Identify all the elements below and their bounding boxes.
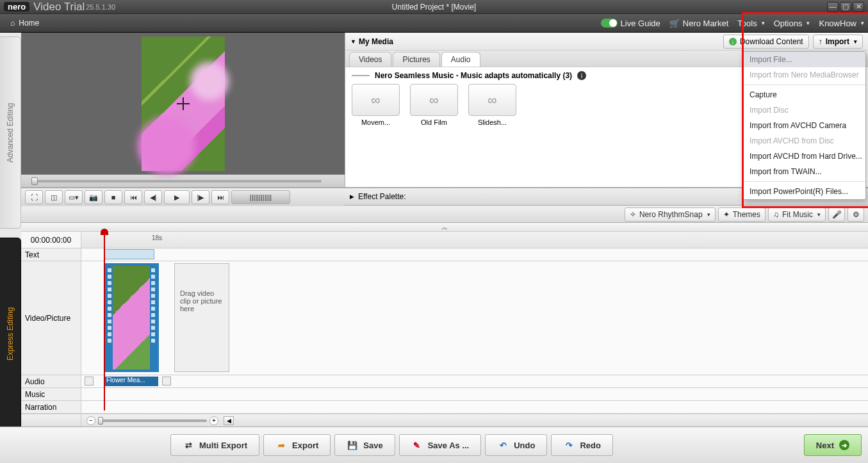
fullscreen-button[interactable]: ⛶ [25,190,43,204]
next-frame-button[interactable]: ⏭ [211,190,229,204]
text-track[interactable] [81,248,868,261]
dropdown-import-mediabrowser: Import from Nero MediaBrowser [743,67,865,83]
step-forward-button[interactable]: |▶ [192,190,209,204]
dropdown-import-avchd-camera[interactable]: Import from AVCHD Camera [743,118,865,133]
preview-frame [142,37,225,171]
settings-small-button[interactable]: ⚙ [848,207,864,222]
video-track[interactable]: Drag video clip or picture here [81,261,868,375]
zoom-in-button[interactable]: + [209,416,218,425]
menu-bar: ⌂ Home Live Guide 🛒 Nero Market Tools▾ O… [0,14,868,33]
next-button[interactable]: Next➔ [804,434,862,456]
preview-canvas[interactable] [21,33,345,174]
info-icon[interactable]: i [577,71,586,80]
zoom-slider[interactable] [98,419,207,422]
tools-label: Tools [737,19,757,28]
text-clip[interactable] [104,249,154,259]
caret-down-icon: ▾ [861,20,864,26]
prev-frame-button[interactable]: ⏮ [124,190,142,204]
import-button[interactable]: ↑ Import ▾ [813,35,863,49]
zoom-out-button[interactable]: − [86,416,95,425]
live-guide-toggle[interactable]: Live Guide [601,19,660,28]
redo-button[interactable]: ↷Redo [551,434,613,456]
fit-button[interactable]: ◫ [45,190,63,204]
cart-icon: 🛒 [669,19,680,28]
tab-audio[interactable]: Audio [441,52,480,67]
tab-pictures[interactable]: Pictures [393,52,439,67]
title-bar: nero Video Trial 25.5.1.30 Untitled Proj… [0,0,868,14]
track-label-narration: Narration [21,401,81,413]
window-close-button[interactable]: ✕ [853,2,864,12]
audio-item[interactable]: ∞Movem... [352,84,400,126]
play-button[interactable]: ▶ [164,190,190,204]
lock-icon[interactable] [85,377,94,386]
playhead[interactable] [104,231,105,410]
scroll-left-button[interactable]: ◀ [224,416,234,425]
loop-icon: ∞ [410,84,458,116]
audio-clip-label[interactable]: Flower Mea... [104,377,158,386]
window-maximize-button[interactable]: ▢ [840,2,851,12]
tab-express-editing[interactable]: Express Editing [0,238,21,430]
aspect-button[interactable]: ▭▾ [65,190,83,204]
step-back-button[interactable]: ◀| [144,190,162,204]
lock-icon[interactable] [162,377,171,386]
tab-videos[interactable]: Videos [349,52,391,67]
dropdown-import-powerpoint[interactable]: Import PowerPoint(R) Files... [743,184,865,199]
track-label-text: Text [21,248,81,261]
home-button[interactable]: ⌂ Home [4,17,45,29]
dropdown-import-twain[interactable]: Import from TWAIN... [743,164,865,179]
fit-music-label: Fit Music [782,210,813,219]
track-label-audio: Audio [21,375,81,387]
audio-item[interactable]: ∞Old Film [410,84,458,126]
timeline-ruler[interactable]: 18s [81,232,868,248]
video-clip[interactable] [104,263,159,372]
knowhow-menu[interactable]: KnowHow▾ [819,19,864,28]
audio-item[interactable]: ∞Slidesh... [468,84,516,126]
snapshot-button[interactable]: 📷 [85,190,102,204]
themes-button[interactable]: ✦Themes [718,207,766,222]
download-content-button[interactable]: ↓ Download Content [723,35,809,49]
stop-button[interactable]: ■ [104,190,122,204]
undo-button[interactable]: ↶Undo [485,434,547,456]
next-arrow-icon: ➔ [839,440,849,450]
home-icon: ⌂ [10,19,15,28]
nero-market-link[interactable]: 🛒 Nero Market [669,19,729,28]
multi-export-button[interactable]: ⇄Multi Export [170,434,259,456]
caret-down-icon: ▾ [707,211,710,218]
bottom-bar: ⇄Multi Export ➦Export 💾Save ✎Save As ...… [0,426,868,463]
narration-track[interactable] [81,401,868,413]
window-minimize-button[interactable]: — [827,2,839,12]
export-button[interactable]: ➦Export [263,434,331,456]
rhythmsnap-label: Nero RhythmSnap [639,210,703,219]
rhythmsnap-button[interactable]: ✧Nero RhythmSnap▾ [625,207,716,222]
fit-music-button[interactable]: ♫Fit Music▾ [768,207,826,222]
scrubber-knob[interactable] [31,177,38,185]
dropdown-import-file[interactable]: Import File... [743,52,865,67]
save-as-button[interactable]: ✎Save As ... [399,434,482,456]
tools-menu[interactable]: Tools▾ [737,19,764,28]
track-label-video: Video/Picture [21,261,81,375]
jog-wheel[interactable]: |||||||||||| [231,190,290,204]
timecode-display: 00:00:00:00 [21,232,81,248]
dropdown-capture[interactable]: Capture [743,87,865,102]
save-button[interactable]: 💾Save [334,434,395,456]
tab-advanced-editing[interactable]: Advanced Editing [0,37,21,229]
toggle-on-icon [601,19,618,28]
caret-down-icon: ▾ [854,38,857,45]
dropdown-import-avchd-disc: Import AVCHD from Disc [743,133,865,149]
dropdown-import-avchd-hd[interactable]: Import AVCHD from Hard Drive... [743,149,865,164]
timeline: 00:00:00:00 18s Text Video/Picture Drag … [21,232,868,426]
drop-hint[interactable]: Drag video clip or picture here [174,263,229,372]
music-track[interactable] [81,388,868,400]
microphone-button[interactable]: 🎤 [828,207,845,222]
loop-icon: ∞ [468,84,516,116]
crosshair-icon [177,97,190,110]
multi-export-label: Multi Export [199,441,247,450]
collapse-icon[interactable]: ▼ [350,38,356,45]
dropdown-import-disc: Import Disc [743,102,865,118]
zoom-knob[interactable] [98,417,103,425]
preview-scrubber[interactable] [21,174,345,187]
expand-icon[interactable]: ▶ [350,193,354,200]
audio-track[interactable]: Flower Mea... [81,375,868,387]
timeline-collapse-toggle[interactable]: ︽ [21,223,868,232]
options-menu[interactable]: Options▾ [774,19,810,28]
